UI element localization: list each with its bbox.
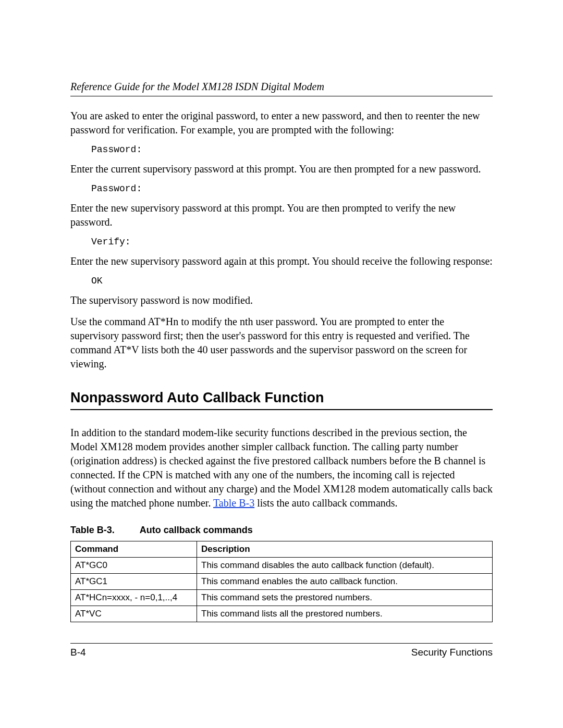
code-password-1: Password: [91, 144, 493, 155]
paragraph-verify: Enter the new supervisory password again… [70, 254, 493, 268]
cell-command: AT*GC0 [71, 558, 197, 574]
page-content: Reference Guide for the Model XM128 ISDN… [0, 0, 563, 710]
table-row: AT*GC0 This command disables the auto ca… [71, 558, 493, 574]
footer-rule [70, 643, 493, 644]
cell-description: This command sets the prestored numbers. [197, 590, 493, 606]
table-row: AT*GC1 This command enables the auto cal… [71, 574, 493, 590]
code-password-2: Password: [91, 183, 493, 194]
cell-description: This command enables the auto callback f… [197, 574, 493, 590]
table-caption: Table B-3.Auto callback commands [70, 525, 493, 536]
code-verify: Verify: [91, 237, 493, 247]
cell-command: AT*GC1 [71, 574, 197, 590]
header-rule [70, 96, 493, 96]
cell-description: This command disables the auto callback … [197, 558, 493, 574]
paragraph-current-pw: Enter the current supervisory password a… [70, 162, 493, 176]
table-caption-label: Table B-3. [70, 525, 115, 535]
running-header: Reference Guide for the Model XM128 ISDN… [70, 81, 493, 93]
section-intro-text-b: lists the auto callback commands. [254, 497, 397, 509]
cell-description: This command lists all the prestored num… [197, 606, 493, 622]
section-heading: Nonpassword Auto Callback Function [70, 390, 493, 406]
footer-section-name: Security Functions [411, 647, 493, 658]
paragraph-athn: Use the command AT*Hn to modify the nth … [70, 315, 493, 371]
section-intro: In addition to the standard modem-like s… [70, 426, 493, 510]
page-footer: B-4 Security Functions [70, 647, 493, 658]
cell-command: AT*VC [71, 606, 197, 622]
code-ok: OK [91, 276, 493, 286]
table-row: AT*HCn=xxxx, - n=0,1,..,4 This command s… [71, 590, 493, 606]
table-header-command: Command [71, 541, 197, 558]
section-rule [70, 409, 493, 410]
footer-page-number: B-4 [70, 647, 86, 658]
table-header-description: Description [197, 541, 493, 558]
section-intro-text-a: In addition to the standard modem-like s… [70, 427, 493, 509]
cell-command: AT*HCn=xxxx, - n=0,1,..,4 [71, 590, 197, 606]
paragraph-new-pw: Enter the new supervisory password at th… [70, 201, 493, 229]
table-reference-link[interactable]: Table B-3 [213, 497, 254, 509]
table-row: AT*VC This command lists all the prestor… [71, 606, 493, 622]
table-header-row: Command Description [71, 541, 493, 558]
callback-commands-table: Command Description AT*GC0 This command … [70, 541, 493, 622]
paragraph-modified: The supervisory password is now modified… [70, 293, 493, 307]
table-caption-title: Auto callback commands [140, 525, 253, 535]
paragraph-intro: You are asked to enter the original pass… [70, 109, 493, 137]
